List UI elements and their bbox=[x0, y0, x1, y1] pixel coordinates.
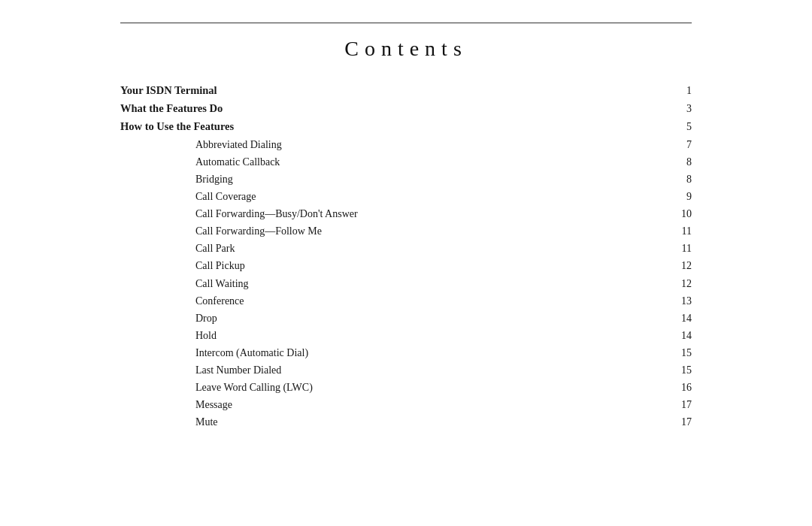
toc-label-sub-1: Abbreviated Dialing bbox=[195, 136, 674, 153]
content-area: Contents Your ISDN Terminal1What the Fea… bbox=[120, 0, 692, 431]
top-rule bbox=[120, 23, 692, 23]
toc-entry-sub-12[interactable]: Hold14 bbox=[120, 327, 692, 344]
toc-section: Your ISDN Terminal1What the Features Do3… bbox=[120, 82, 692, 431]
toc-entry-sub-3[interactable]: Bridging8 bbox=[120, 171, 692, 188]
toc-label-main-3: How to Use the Features bbox=[120, 118, 674, 136]
toc-label-sub-16: Message bbox=[195, 396, 674, 413]
toc-entry-sub-5[interactable]: Call Forwarding—Busy/Don't Answer10 bbox=[120, 205, 692, 222]
toc-label-main-2: What the Features Do bbox=[120, 100, 674, 118]
toc-entry-sub-17[interactable]: Mute17 bbox=[120, 413, 692, 431]
toc-entry-sub-16[interactable]: Message17 bbox=[120, 396, 692, 413]
toc-label-sub-7: Call Park bbox=[195, 240, 674, 257]
toc-page-sub-17: 17 bbox=[674, 413, 692, 431]
toc-label-sub-5: Call Forwarding—Busy/Don't Answer bbox=[195, 205, 674, 222]
toc-entry-sub-13[interactable]: Intercom (Automatic Dial)15 bbox=[120, 344, 692, 361]
toc-page-sub-8: 12 bbox=[674, 257, 692, 274]
toc-page-sub-10: 13 bbox=[674, 292, 692, 310]
toc-label-sub-4: Call Coverage bbox=[195, 188, 674, 205]
toc-label-sub-11: Drop bbox=[195, 310, 674, 327]
toc-entry-sub-2[interactable]: Automatic Callback8 bbox=[120, 153, 692, 171]
toc-label-sub-17: Mute bbox=[195, 413, 674, 431]
toc-entry-sub-8[interactable]: Call Pickup12 bbox=[120, 257, 692, 274]
toc-label-sub-3: Bridging bbox=[195, 171, 674, 188]
toc-label-sub-14: Last Number Dialed bbox=[195, 361, 674, 379]
toc-page-sub-11: 14 bbox=[674, 310, 692, 327]
toc-entry-main-3[interactable]: How to Use the Features5 bbox=[120, 118, 692, 136]
toc-label-sub-12: Hold bbox=[195, 327, 674, 344]
toc-entry-sub-7[interactable]: Call Park11 bbox=[120, 240, 692, 257]
toc-label-sub-10: Conference bbox=[195, 292, 674, 310]
toc-page-sub-9: 12 bbox=[674, 275, 692, 292]
toc-entry-sub-6[interactable]: Call Forwarding—Follow Me11 bbox=[120, 222, 692, 240]
toc-page-sub-3: 8 bbox=[674, 171, 692, 188]
toc-entry-main-1[interactable]: Your ISDN Terminal1 bbox=[120, 82, 692, 100]
toc-label-sub-9: Call Waiting bbox=[195, 275, 674, 292]
toc-label-sub-6: Call Forwarding—Follow Me bbox=[195, 222, 674, 240]
page: Contents Your ISDN Terminal1What the Fea… bbox=[0, 0, 812, 526]
toc-page-sub-15: 16 bbox=[674, 379, 692, 396]
toc-page-sub-1: 7 bbox=[674, 136, 692, 153]
toc-entry-sub-11[interactable]: Drop14 bbox=[120, 310, 692, 327]
toc-label-sub-13: Intercom (Automatic Dial) bbox=[195, 344, 674, 361]
toc-label-sub-15: Leave Word Calling (LWC) bbox=[195, 379, 674, 396]
toc-entry-sub-14[interactable]: Last Number Dialed15 bbox=[120, 361, 692, 379]
toc-entry-sub-15[interactable]: Leave Word Calling (LWC)16 bbox=[120, 379, 692, 396]
toc-entry-main-2[interactable]: What the Features Do3 bbox=[120, 100, 692, 118]
toc-page-sub-4: 9 bbox=[674, 188, 692, 205]
toc-entry-sub-4[interactable]: Call Coverage9 bbox=[120, 188, 692, 205]
toc-label-main-1: Your ISDN Terminal bbox=[120, 82, 674, 100]
toc-page-main-3: 5 bbox=[674, 118, 692, 135]
toc-label-sub-8: Call Pickup bbox=[195, 257, 674, 274]
toc-page-sub-2: 8 bbox=[674, 153, 692, 171]
toc-entry-sub-9[interactable]: Call Waiting12 bbox=[120, 275, 692, 292]
toc-page-main-2: 3 bbox=[674, 100, 692, 117]
toc-label-sub-2: Automatic Callback bbox=[195, 153, 674, 171]
toc-page-main-1: 1 bbox=[674, 82, 692, 99]
toc-page-sub-13: 15 bbox=[674, 344, 692, 361]
toc-page-sub-7: 11 bbox=[674, 240, 692, 257]
toc-page-sub-16: 17 bbox=[674, 396, 692, 413]
toc-page-sub-12: 14 bbox=[674, 327, 692, 344]
toc-page-sub-6: 11 bbox=[674, 222, 692, 240]
page-title: Contents bbox=[120, 37, 692, 61]
toc-entry-sub-10[interactable]: Conference13 bbox=[120, 292, 692, 310]
toc-entry-sub-1[interactable]: Abbreviated Dialing7 bbox=[120, 136, 692, 153]
toc-page-sub-5: 10 bbox=[674, 205, 692, 222]
toc-page-sub-14: 15 bbox=[674, 361, 692, 379]
